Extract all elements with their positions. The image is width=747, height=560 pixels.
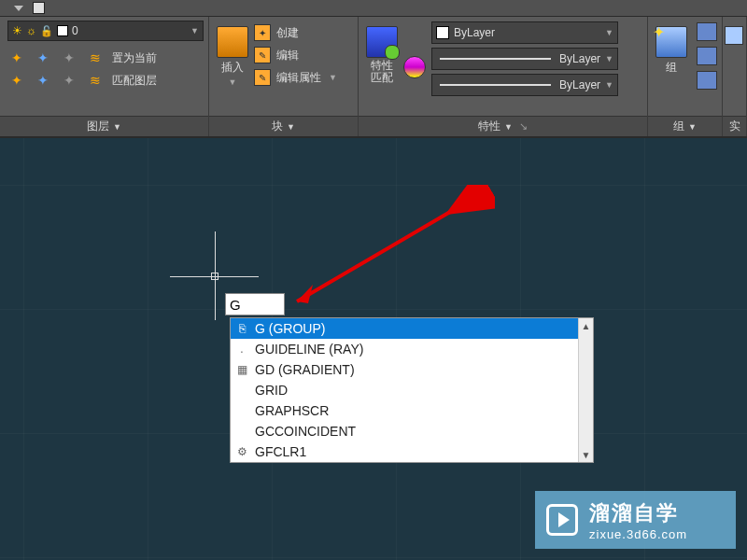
drawing-canvas[interactable]: ⎘ G (GROUP) . GUIDELINE (RAY) ▦ GD (GRAD… [0, 138, 747, 560]
line-sample [440, 58, 551, 60]
suggestion-item[interactable]: ⎘ G (GROUP) [231, 318, 593, 339]
sun-icon: ☼ [26, 24, 36, 37]
scroll-up-icon[interactable]: ▲ [579, 318, 593, 333]
panel-title-block[interactable]: 块▼ [209, 116, 358, 136]
layer-icon-1[interactable]: ✦ [7, 49, 26, 67]
panel-utilities: 实 [723, 17, 747, 136]
set-current-label[interactable]: 置为当前 [112, 50, 157, 66]
match-properties-icon [366, 26, 398, 58]
chevron-down-icon: ▼ [113, 122, 121, 132]
insert-button[interactable]: 插入 ▼ [217, 21, 248, 114]
suggestion-icon [234, 403, 249, 418]
group-button[interactable]: 组 [655, 21, 687, 114]
qat-dropdown-icon[interactable] [14, 6, 23, 11]
watermark-url: zixue.3d66.com [589, 527, 687, 541]
chevron-down-icon: ▼ [329, 73, 337, 82]
panel-block: 插入 ▼ ✦ 创建 ✎ 编辑 ✎ 编辑属性 ▼ 块▼ [209, 17, 359, 136]
chevron-down-icon: ▼ [688, 122, 697, 132]
panel-title-layers[interactable]: 图层▼ [0, 116, 208, 136]
panel-layers: ☀ ☼ 🔓 0 ▼ ✦ ✦ ✦ ≋ 置为当前 ✦ ✦ ✦ [0, 17, 209, 136]
lock-icon: 🔓 [40, 25, 53, 37]
layer-icon-5[interactable]: ✦ [34, 71, 52, 90]
suggestion-icon: ⎘ [234, 321, 249, 336]
group-icon [655, 26, 687, 58]
chevron-down-icon: ▼ [605, 54, 613, 63]
ribbon: ☀ ☼ 🔓 0 ▼ ✦ ✦ ✦ ≋ 置为当前 ✦ ✦ ✦ [0, 17, 747, 138]
suggestion-icon [234, 424, 249, 439]
panel-properties: 特性 匹配 ByLayer ▼ ByLayer ▼ ByLayer [359, 17, 648, 136]
annotation-arrow [280, 185, 495, 315]
watermark: 溜溜自学 zixue.3d66.com [535, 491, 736, 549]
command-autocomplete: ⎘ G (GROUP) . GUIDELINE (RAY) ▦ GD (GRAD… [230, 317, 594, 463]
group-sub-icon-3[interactable] [697, 71, 717, 90]
scroll-down-icon[interactable]: ▼ [579, 447, 593, 462]
layer-color-swatch [57, 25, 68, 36]
linetype-dropdown[interactable]: ByLayer ▼ [431, 74, 618, 96]
color-swatch [436, 26, 449, 39]
suggestion-icon: . [234, 342, 249, 357]
layer-icon-2[interactable]: ✦ [34, 49, 52, 67]
layer-icon-4[interactable]: ✦ [7, 71, 26, 90]
lineweight-dropdown[interactable]: ByLayer ▼ [431, 48, 618, 70]
suggestion-item[interactable]: ⚙ GFCLR1 [231, 441, 593, 462]
layer-icon-6[interactable]: ✦ [60, 71, 78, 90]
suggestion-item[interactable]: GRID [231, 380, 593, 400]
group-sub-icon-2[interactable] [697, 47, 717, 65]
suggestion-item[interactable]: GCCOINCIDENT [231, 421, 593, 441]
watermark-title: 溜溜自学 [589, 499, 687, 527]
layer-stack-icon[interactable]: ≋ [86, 49, 105, 67]
suggestion-icon [234, 383, 249, 398]
color-dropdown[interactable]: ByLayer ▼ [431, 21, 618, 44]
create-block-button[interactable]: ✦ 创建 [254, 24, 337, 41]
chevron-down-icon: ▼ [190, 26, 199, 35]
create-icon: ✦ [254, 24, 271, 41]
color-wheel-icon[interactable] [403, 56, 426, 78]
edit-icon: ✎ [254, 47, 271, 63]
measure-icon [725, 26, 743, 45]
layer-stack-icon-2[interactable]: ≋ [86, 71, 105, 90]
lightbulb-icon: ☀ [12, 24, 22, 37]
suggestion-item[interactable]: . GUIDELINE (RAY) [231, 339, 593, 359]
chevron-down-icon: ▼ [229, 77, 237, 87]
panel-group: 组 组▼ [648, 17, 723, 136]
edit-attr-icon: ✎ [254, 69, 271, 86]
insert-icon [217, 26, 248, 58]
chevron-down-icon: ▼ [504, 122, 513, 132]
suggestion-item[interactable]: ▦ GD (GRADIENT) [231, 359, 593, 380]
edit-attr-button[interactable]: ✎ 编辑属性 ▼ [254, 69, 337, 86]
chevron-down-icon: ▼ [287, 122, 295, 132]
suggestion-icon: ⚙ [234, 444, 249, 459]
match-properties-button[interactable]: 特性 匹配 [366, 21, 398, 114]
play-icon [546, 504, 578, 536]
edit-block-button[interactable]: ✎ 编辑 [254, 47, 337, 63]
measure-button[interactable] [725, 21, 743, 112]
layer-icon-3[interactable]: ✦ [60, 49, 78, 67]
suggestion-item[interactable]: GRAPHSCR [231, 400, 593, 421]
panel-title-group[interactable]: 组▼ [648, 116, 722, 136]
scrollbar[interactable]: ▲ ▼ [578, 318, 593, 462]
suggestion-icon: ▦ [234, 362, 249, 377]
match-layer-label[interactable]: 匹配图层 [112, 73, 157, 89]
layer-dropdown[interactable]: ☀ ☼ 🔓 0 ▼ [7, 21, 204, 41]
qat-item-icon[interactable] [33, 2, 45, 14]
chevron-down-icon: ▼ [605, 28, 613, 37]
group-sub-icon-1[interactable] [697, 22, 717, 41]
svg-line-0 [297, 192, 484, 301]
line-sample [440, 84, 551, 86]
command-input[interactable] [225, 293, 285, 315]
panel-title-properties[interactable]: 特性▼↘ [359, 116, 647, 136]
layer-name: 0 [72, 24, 78, 37]
chevron-down-icon: ▼ [605, 80, 613, 90]
panel-title-utilities: 实 [723, 116, 746, 136]
quick-access-bar [0, 0, 747, 17]
dialog-launcher-icon: ↘ [519, 120, 528, 133]
